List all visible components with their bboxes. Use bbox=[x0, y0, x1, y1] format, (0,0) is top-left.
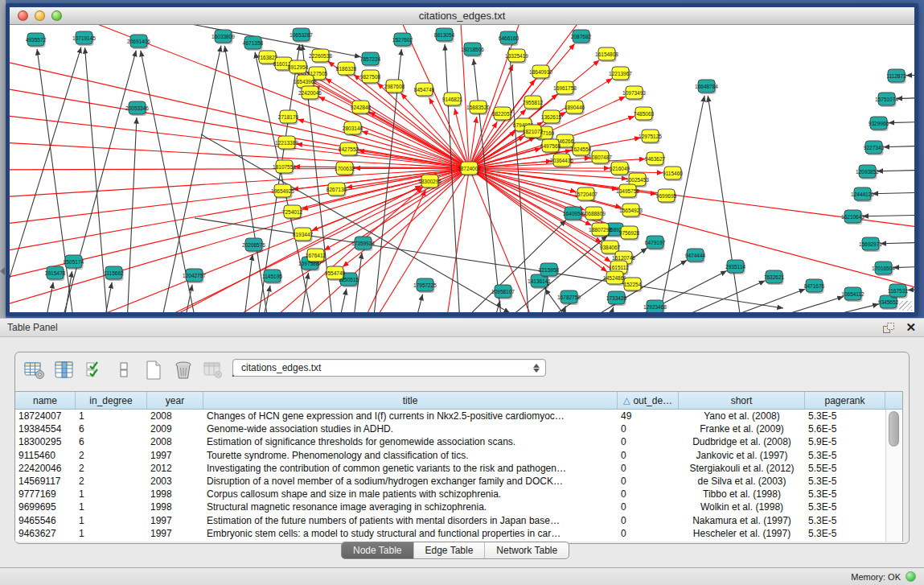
column-header-pagerank[interactable]: pagerank bbox=[805, 392, 885, 409]
table-row[interactable]: 1938455462009Genome-wide association stu… bbox=[15, 422, 902, 435]
table-row[interactable]: 2242004622012Investigating the contribut… bbox=[15, 462, 902, 475]
table-selector-dropdown[interactable]: citations_edges.txt bbox=[232, 359, 546, 377]
network-canvas[interactable]: 4935572107191452069140616033809467135810… bbox=[10, 25, 914, 312]
collapse-panel-arrow-icon[interactable] bbox=[0, 267, 5, 275]
node-attribute-table[interactable]: namein_degreeyeartitle△out_de…shortpager… bbox=[15, 391, 903, 542]
cell-title[interactable]: Estimation of the future numbers of pati… bbox=[203, 515, 618, 526]
column-header-short[interactable]: short bbox=[679, 392, 805, 409]
delete-table-icon[interactable] bbox=[172, 360, 195, 381]
zoom-window-icon[interactable] bbox=[51, 10, 62, 21]
cell-in_degree[interactable]: 1 bbox=[76, 410, 147, 422]
cell-in_degree[interactable]: 1 bbox=[76, 488, 147, 500]
cell-year[interactable]: 2008 bbox=[147, 410, 203, 422]
table-row[interactable]: 946362711997Embryonic stem cells: a mode… bbox=[15, 527, 902, 540]
tab-network-table[interactable]: Network Table bbox=[485, 542, 569, 558]
canvas-resize-grip[interactable] bbox=[899, 301, 912, 311]
cell-pagerank[interactable]: 5.3E-5 bbox=[805, 450, 885, 461]
cell-short[interactable]: de Silva et al. (2003) bbox=[679, 476, 805, 487]
cell-name[interactable]: 9699695 bbox=[15, 501, 76, 513]
cell-in_degree[interactable]: 2 bbox=[76, 463, 147, 474]
column-header-name[interactable]: name bbox=[15, 392, 76, 409]
cell-pagerank[interactable]: 5.3E-5 bbox=[805, 528, 885, 539]
cell-in_degree[interactable]: 2 bbox=[76, 450, 147, 461]
network-window-titlebar[interactable]: citations_edges.txt bbox=[10, 7, 914, 25]
cell-name[interactable]: 9115460 bbox=[15, 450, 76, 461]
column-header-year[interactable]: year bbox=[147, 392, 203, 409]
column-header-title[interactable]: title bbox=[203, 392, 618, 409]
new-document-icon[interactable] bbox=[142, 360, 165, 381]
cell-name[interactable]: 14569117 bbox=[15, 476, 76, 487]
cell-title[interactable]: Investigating the contribution of common… bbox=[203, 463, 618, 474]
tab-node-table[interactable]: Node Table bbox=[342, 542, 414, 558]
cell-short[interactable]: Stergiakouli et al. (2012) bbox=[679, 463, 805, 474]
rows-icon[interactable] bbox=[113, 360, 135, 381]
cell-in_degree[interactable]: 1 bbox=[76, 528, 147, 539]
table-row[interactable]: 1456911722003Disruption of a novel membe… bbox=[15, 475, 902, 488]
cell-short[interactable]: Yano et al. (2008) bbox=[679, 410, 805, 422]
cell-name[interactable]: 19384554 bbox=[15, 423, 76, 435]
cell-year[interactable]: 1997 bbox=[147, 528, 203, 539]
cell-out_de[interactable]: 0 bbox=[618, 436, 679, 447]
column-header-out_de[interactable]: △out_de… bbox=[618, 392, 679, 409]
table-settings-icon[interactable] bbox=[23, 360, 46, 381]
cell-name[interactable]: 9777169 bbox=[15, 488, 76, 500]
table-row[interactable]: 977716911998Corpus callosum shape and si… bbox=[15, 488, 902, 501]
show-columns-icon[interactable] bbox=[53, 360, 76, 381]
close-window-icon[interactable] bbox=[18, 10, 28, 21]
minimize-window-icon[interactable] bbox=[35, 10, 45, 21]
cell-year[interactable]: 2003 bbox=[147, 476, 203, 487]
cell-out_de[interactable]: 49 bbox=[618, 410, 679, 422]
cell-title[interactable]: Corpus callosum shape and size in male p… bbox=[203, 488, 618, 500]
table-row[interactable]: 911546021997Tourette syndrome. Phenomeno… bbox=[15, 449, 902, 462]
table-row[interactable]: 969969511998Structural magnetic resonanc… bbox=[15, 501, 902, 513]
cell-year[interactable]: 1998 bbox=[147, 501, 203, 513]
cell-pagerank[interactable]: 5.3E-5 bbox=[805, 515, 885, 526]
cell-title[interactable]: Estimation of significance thresholds fo… bbox=[203, 436, 618, 447]
float-panel-icon[interactable] bbox=[882, 322, 896, 334]
cell-short[interactable]: Hescheler et al. (1997) bbox=[679, 528, 805, 539]
cell-year[interactable]: 2012 bbox=[147, 463, 203, 474]
cell-name[interactable]: 18724007 bbox=[15, 410, 76, 422]
cell-pagerank[interactable]: 5.6E-5 bbox=[805, 423, 885, 435]
table-row[interactable]: 1872400712008Changes of HCN gene express… bbox=[15, 410, 902, 422]
cell-out_de[interactable]: 0 bbox=[618, 423, 679, 435]
cell-name[interactable]: 22420046 bbox=[15, 463, 76, 474]
cell-short[interactable]: Nakamura et al. (1997) bbox=[679, 515, 805, 526]
cell-year[interactable]: 1997 bbox=[147, 515, 203, 526]
memory-status-icon[interactable] bbox=[906, 571, 916, 582]
cell-short[interactable]: Jankovic et al. (1997) bbox=[679, 450, 805, 461]
cell-in_degree[interactable]: 1 bbox=[76, 501, 147, 513]
cell-in_degree[interactable]: 1 bbox=[76, 515, 147, 526]
cell-short[interactable]: Franke et al. (2009) bbox=[679, 423, 805, 435]
cell-pagerank[interactable]: 5.9E-5 bbox=[805, 436, 885, 447]
cell-pagerank[interactable]: 5.3E-5 bbox=[805, 501, 885, 513]
cell-name[interactable]: 9463627 bbox=[15, 528, 76, 539]
cell-title[interactable]: Genome-wide association studies in ADHD. bbox=[203, 423, 618, 435]
cell-short[interactable]: Dudbridge et al. (2008) bbox=[679, 436, 805, 447]
cell-title[interactable]: Embryonic stem cells: a model to study s… bbox=[203, 528, 618, 539]
cell-year[interactable]: 1997 bbox=[147, 450, 203, 461]
cell-title[interactable]: Tourette syndrome. Phenomenology and cla… bbox=[203, 450, 618, 461]
cell-title[interactable]: Structural magnetic resonance image aver… bbox=[203, 501, 618, 513]
cell-out_de[interactable]: 0 bbox=[618, 488, 679, 500]
network-graph[interactable]: 4935572107191452069140616033809467135810… bbox=[10, 25, 914, 312]
cell-name[interactable]: 9465546 bbox=[15, 515, 76, 526]
table-row[interactable]: 1830029562008Estimation of significance … bbox=[15, 435, 902, 448]
cell-out_de[interactable]: 0 bbox=[618, 463, 679, 474]
cell-in_degree[interactable]: 6 bbox=[76, 423, 147, 435]
column-header-in_degree[interactable]: in_degree bbox=[76, 392, 147, 409]
cell-pagerank[interactable]: 5.3E-5 bbox=[805, 410, 885, 422]
cell-year[interactable]: 2008 bbox=[147, 436, 203, 447]
tab-edge-table[interactable]: Edge Table bbox=[414, 542, 486, 558]
cell-name[interactable]: 18300295 bbox=[15, 436, 76, 447]
table-scrollbar[interactable] bbox=[885, 410, 902, 542]
network-view-window[interactable]: citations_edges.txt 49355721071914520691… bbox=[6, 3, 918, 316]
cell-out_de[interactable]: 0 bbox=[618, 515, 679, 526]
cell-title[interactable]: Disruption of a novel member of a sodium… bbox=[203, 476, 618, 487]
cell-out_de[interactable]: 0 bbox=[618, 476, 679, 487]
cell-out_de[interactable]: 0 bbox=[618, 528, 679, 539]
table-panel-header[interactable]: Table Panel ✕ bbox=[0, 318, 924, 337]
cell-out_de[interactable]: 0 bbox=[618, 450, 679, 461]
table-row[interactable]: 946554611997Estimation of the future num… bbox=[15, 514, 902, 527]
cell-in_degree[interactable]: 6 bbox=[76, 436, 147, 447]
